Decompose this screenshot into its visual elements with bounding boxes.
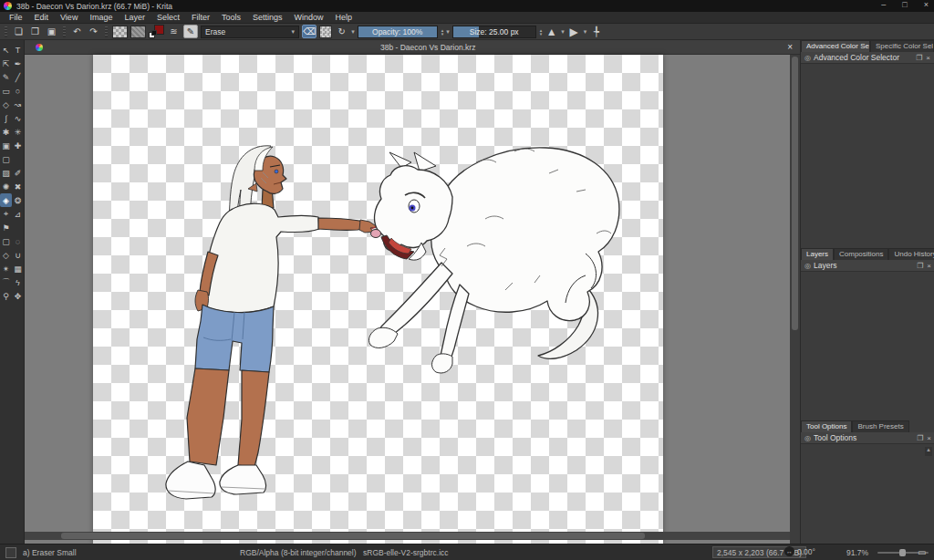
menu-view[interactable]: View: [55, 13, 83, 22]
opacity-spinner[interactable]: ▴▾: [441, 28, 444, 36]
fit-to-screen-icon[interactable]: ▭: [918, 547, 926, 557]
reload-preset-icon[interactable]: ↻: [335, 25, 348, 38]
reload-dropdown-icon[interactable]: ▾: [351, 28, 355, 36]
tool-ellipse-icon[interactable]: ○: [12, 84, 24, 98]
tool-freehand-path-icon[interactable]: ∿: [12, 111, 24, 125]
opacity-slider[interactable]: Opacity: 100%: [358, 26, 438, 38]
tab-brush-presets[interactable]: Brush Presets: [852, 420, 908, 432]
tool-ellipse-select-icon[interactable]: ◌: [12, 234, 24, 248]
tool-poly-select-icon[interactable]: ◇: [0, 248, 12, 262]
brush-preview-icon[interactable]: [5, 547, 16, 558]
eraser-mode-button[interactable]: ⌫: [302, 25, 317, 38]
tool-crop-icon[interactable]: ▢: [0, 152, 12, 166]
tab-layers[interactable]: Layers: [801, 248, 834, 260]
tool-colorize-mask-icon[interactable]: ⌖: [0, 207, 12, 221]
menu-layer[interactable]: Layer: [119, 13, 150, 22]
wrap-around-icon[interactable]: ╄: [589, 25, 603, 38]
tool-line-icon[interactable]: ╱: [12, 70, 24, 84]
minimize-button[interactable]: –: [881, 0, 886, 9]
open-icon[interactable]: ❐: [28, 25, 42, 38]
tool-transform-icon[interactable]: ▣: [0, 139, 12, 152]
tab-tool-options[interactable]: Tool Options: [801, 420, 852, 432]
mirror-h-dropdown-icon[interactable]: ▾: [561, 28, 565, 36]
tool-transform-select-icon[interactable]: ↖: [0, 43, 12, 57]
h-scroll-thumb[interactable]: [61, 533, 645, 539]
tool-smart-patch-icon[interactable]: ✖: [12, 180, 24, 193]
close-docker-icon[interactable]: ×: [927, 434, 931, 442]
tool-rectangle-icon[interactable]: ▭: [0, 84, 12, 98]
menu-file[interactable]: File: [4, 13, 28, 22]
gradient-editor-icon[interactable]: ≋: [167, 25, 181, 38]
canvas-horizontal-scrollbar[interactable]: [25, 532, 790, 540]
tool-dynamic-brush-icon[interactable]: ✱: [0, 125, 12, 139]
canvas-artwork[interactable]: [93, 55, 663, 544]
tool-magnetic-select-icon[interactable]: ϟ: [12, 275, 24, 289]
maximize-button[interactable]: □: [902, 0, 907, 9]
tool-edit-shapes-icon[interactable]: ⇱: [0, 57, 12, 70]
menu-settings[interactable]: Settings: [247, 13, 288, 22]
redo-icon[interactable]: ↷: [87, 25, 100, 38]
tool-polygon-icon[interactable]: ◇: [0, 98, 12, 111]
tool-calligraphy-icon[interactable]: ✒: [12, 57, 24, 70]
tool-bezier-select-icon[interactable]: ⌒: [0, 275, 12, 289]
new-document-icon[interactable]: ❏: [12, 25, 26, 38]
brush-editor-icon[interactable]: ✎: [183, 25, 198, 38]
tool-freehand-brush-icon[interactable]: ✎: [0, 70, 12, 84]
docker-lock-icon[interactable]: ◎: [804, 262, 811, 270]
color-profile-label[interactable]: sRGB-elle-V2-srgbtrc.icc: [363, 548, 449, 557]
tool-multibrush-icon[interactable]: ✳: [12, 125, 24, 139]
menu-image[interactable]: Image: [84, 13, 118, 22]
rotation-reset-icon[interactable]: ↔: [784, 546, 794, 556]
brush-preset-combo[interactable]: Erase ▾: [201, 26, 299, 38]
tool-contiguous-select-icon[interactable]: ✴: [0, 262, 12, 275]
tool-color-sampler-icon[interactable]: ✐: [12, 166, 24, 180]
tool-similar-select-icon[interactable]: ▦: [12, 262, 24, 275]
menu-filter[interactable]: Filter: [186, 13, 215, 22]
size-slider[interactable]: Size: 25.00 px: [452, 26, 536, 38]
float-docker-icon[interactable]: ❐: [916, 54, 922, 62]
tool-move-icon[interactable]: ✚: [12, 139, 24, 152]
docker-lock-icon[interactable]: ◎: [804, 434, 811, 442]
menu-tools[interactable]: Tools: [216, 13, 246, 22]
tab-advanced-color-selector[interactable]: Advanced Color Sele...: [801, 40, 870, 52]
docker-lock-icon[interactable]: ◎: [804, 54, 811, 62]
menu-edit[interactable]: Edit: [29, 13, 55, 22]
save-icon[interactable]: ▣: [45, 25, 58, 38]
menu-select[interactable]: Select: [151, 13, 185, 22]
colorspace-label[interactable]: RGB/Alpha (8-bit integer/channel): [240, 548, 357, 557]
zoom-percentage[interactable]: 91.7%: [846, 548, 868, 557]
tool-fill-icon[interactable]: ◈: [0, 193, 12, 207]
tool-pan-icon[interactable]: ✥: [12, 289, 24, 303]
tool-enclose-fill-icon[interactable]: ❂: [12, 193, 24, 207]
zoom-slider-thumb[interactable]: [899, 549, 906, 556]
tool-gradient-icon[interactable]: ▨: [0, 166, 12, 180]
close-button[interactable]: ×: [924, 0, 929, 9]
dock-scroll-up[interactable]: ▲: [925, 447, 932, 456]
menu-help[interactable]: Help: [330, 13, 358, 22]
tool-measure-icon[interactable]: ⊿: [12, 207, 24, 221]
close-docker-icon[interactable]: ×: [927, 262, 931, 270]
mirror-horizontal-icon[interactable]: ▲: [545, 25, 558, 38]
size-spinner[interactable]: ▴▾: [540, 28, 543, 36]
tab-undo-history[interactable]: Undo History: [888, 248, 934, 260]
foreground-background-colors[interactable]: [149, 25, 164, 38]
tool-text-icon[interactable]: T: [12, 43, 24, 57]
tool-assistants-icon[interactable]: ⚑: [0, 221, 12, 234]
tool-zoom-icon[interactable]: ⚲: [0, 289, 12, 303]
tool-pattern-edit-icon[interactable]: ✺: [0, 180, 12, 193]
menu-window[interactable]: Window: [288, 13, 328, 22]
canvas-vertical-scrollbar[interactable]: [790, 55, 800, 544]
undo-icon[interactable]: ↶: [70, 25, 84, 38]
preserve-alpha-button[interactable]: [319, 26, 332, 38]
tab-specific-color-selector[interactable]: Specific Color Sele...: [870, 40, 934, 52]
tab-compositions[interactable]: Compositions: [834, 248, 888, 260]
mirror-v-dropdown-icon[interactable]: ▾: [584, 28, 587, 36]
gradient-chooser[interactable]: [112, 26, 128, 38]
v-scroll-thumb[interactable]: [792, 57, 798, 330]
toolbar-grip-2[interactable]: [105, 26, 108, 37]
document-close-icon[interactable]: ×: [787, 42, 793, 52]
tool-rect-select-icon[interactable]: ▢: [0, 234, 12, 248]
float-docker-icon[interactable]: ❐: [917, 262, 923, 270]
canvas-rotation[interactable]: ↔ 0.00°: [784, 546, 815, 556]
tool-freehand-select-icon[interactable]: ∪: [12, 248, 24, 262]
